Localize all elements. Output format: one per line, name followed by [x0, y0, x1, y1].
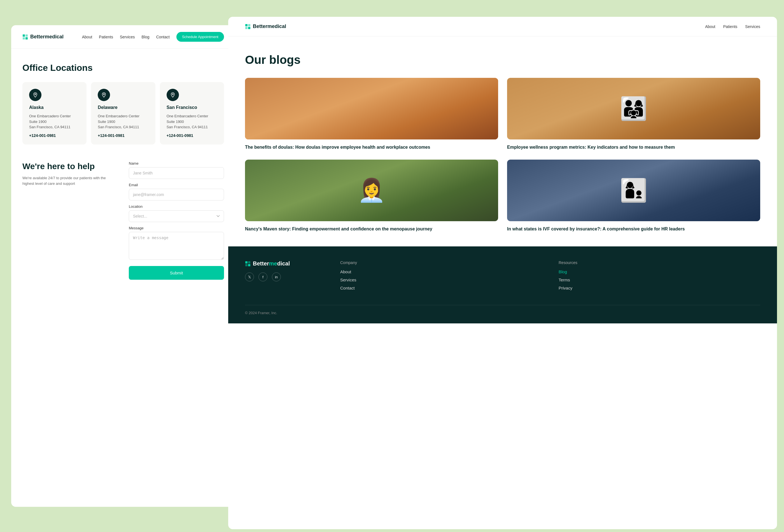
- footer-resources-col: Resources Blog Terms Privacy: [559, 260, 760, 294]
- blogs-title: Our blogs: [245, 53, 760, 67]
- right-footer: Bettermedical 𝕏 f in Company About Servi…: [228, 246, 777, 324]
- blog-image-1: 🧕: [245, 78, 498, 139]
- svg-rect-7: [248, 27, 250, 29]
- submit-button[interactable]: Submit: [129, 266, 224, 280]
- right-content: Our blogs 🧕 The benefits of doulas: How …: [228, 36, 777, 232]
- footer-copyright: © 2024 Framer, Inc.: [245, 311, 760, 315]
- location-name-delaware: Delaware: [98, 105, 148, 110]
- email-label: Email: [129, 183, 224, 187]
- social-facebook[interactable]: f: [258, 273, 268, 281]
- email-input[interactable]: [129, 189, 224, 200]
- blog-title-4: In what states is IVF covered by insuran…: [507, 226, 760, 232]
- location-address-delaware: One Embarcadero Center Suite 1900 San Fr…: [98, 113, 148, 130]
- location-card-sf: San Francisco One Embarcadero Center Sui…: [160, 82, 224, 144]
- footer-logo-text: Bettermedical: [253, 260, 290, 267]
- footer-blog-link[interactable]: Blog: [559, 269, 760, 274]
- nav-services[interactable]: Services: [120, 35, 135, 39]
- right-card: Bettermedical About Patients Services Ou…: [228, 17, 777, 529]
- svg-rect-5: [248, 24, 250, 26]
- svg-rect-3: [26, 37, 28, 39]
- nav-contact[interactable]: Contact: [156, 35, 170, 39]
- right-logo-text: Bettermedical: [253, 24, 286, 29]
- svg-rect-10: [245, 264, 248, 266]
- help-description: We're available 24/7 to provide our pati…: [22, 175, 118, 187]
- blog-card-4[interactable]: 👩‍👦 In what states is IVF covered by ins…: [507, 160, 760, 232]
- left-logo[interactable]: Bettermedical: [22, 34, 63, 40]
- name-group: Name: [129, 161, 224, 179]
- footer-contact-link[interactable]: Contact: [340, 286, 542, 290]
- footer-logo[interactable]: Bettermedical: [245, 260, 324, 267]
- blog-title-1: The benefits of doulas: How doulas impro…: [245, 144, 498, 151]
- office-locations-title: Office Locations: [22, 63, 224, 73]
- footer-terms-link[interactable]: Terms: [559, 278, 760, 282]
- footer-company-heading: Company: [340, 260, 542, 265]
- footer-top: Bettermedical 𝕏 f in Company About Servi…: [245, 260, 760, 294]
- svg-rect-8: [245, 261, 248, 263]
- location-phone-delaware: +124-001-0981: [98, 133, 148, 138]
- location-card-delaware: Delaware One Embarcadero Center Suite 19…: [91, 82, 155, 144]
- blog-card-2[interactable]: 👨‍👩‍👧 Employee wellness program metrics:…: [507, 78, 760, 151]
- blog-card-1[interactable]: 🧕 The benefits of doulas: How doulas imp…: [245, 78, 498, 151]
- svg-rect-6: [245, 27, 248, 29]
- footer-services-link[interactable]: Services: [340, 278, 542, 282]
- contact-form: Name Email Location Select... Alaska Del…: [129, 161, 224, 280]
- locations-grid: Alaska One Embarcadero Center Suite 1900…: [22, 82, 224, 144]
- location-card-alaska: Alaska One Embarcadero Center Suite 1900…: [22, 82, 86, 144]
- nav-about[interactable]: About: [82, 35, 92, 39]
- svg-rect-11: [248, 264, 250, 266]
- right-nav-patients[interactable]: Patients: [723, 24, 737, 29]
- schedule-button[interactable]: Schedule Appointment: [176, 32, 224, 42]
- footer-about-link[interactable]: About: [340, 269, 542, 274]
- footer-privacy-link[interactable]: Privacy: [559, 286, 760, 290]
- social-twitter[interactable]: 𝕏: [245, 273, 254, 281]
- svg-rect-9: [248, 261, 250, 263]
- footer-bottom: © 2024 Framer, Inc.: [245, 305, 760, 315]
- location-icon-alaska: [29, 89, 41, 101]
- left-logo-text: Bettermedical: [30, 34, 63, 40]
- location-select[interactable]: Select... Alaska Delaware San Francisco: [129, 210, 224, 222]
- svg-rect-0: [23, 34, 25, 37]
- blog-image-2: 👨‍👩‍👧: [507, 78, 760, 139]
- location-group: Location Select... Alaska Delaware San F…: [129, 204, 224, 222]
- location-address-alaska: One Embarcadero Center Suite 1900 San Fr…: [29, 113, 80, 130]
- left-card: Bettermedical About Patients Services Bl…: [11, 25, 235, 507]
- help-title: We're here to help: [22, 161, 118, 171]
- location-label: Location: [129, 204, 224, 208]
- right-logo[interactable]: Bettermedical: [245, 24, 286, 29]
- social-linkedin[interactable]: in: [272, 273, 281, 281]
- message-group: Message: [129, 226, 224, 261]
- name-input[interactable]: [129, 167, 224, 179]
- location-phone-sf: +124-001-0981: [167, 133, 217, 138]
- location-icon-sf: [167, 89, 179, 101]
- footer-logo-highlight: me: [269, 260, 277, 267]
- right-nav-about[interactable]: About: [705, 24, 716, 29]
- help-section: We're here to help We're available 24/7 …: [22, 161, 224, 280]
- left-nav: Bettermedical About Patients Services Bl…: [11, 25, 235, 49]
- blog-card-3[interactable]: 👩‍💼 Nancy's Maven story: Finding empower…: [245, 160, 498, 232]
- footer-resources-heading: Resources: [559, 260, 760, 265]
- footer-social: 𝕏 f in: [245, 273, 324, 281]
- name-label: Name: [129, 161, 224, 166]
- blog-image-3: 👩‍💼: [245, 160, 498, 221]
- left-content: Office Locations Alaska One Embarcadero …: [11, 49, 235, 294]
- footer-brand: Bettermedical 𝕏 f in: [245, 260, 324, 294]
- location-icon-delaware: [98, 89, 110, 101]
- message-label: Message: [129, 226, 224, 230]
- location-phone-alaska: +124-001-0981: [29, 133, 80, 138]
- right-nav: Bettermedical About Patients Services: [228, 17, 777, 36]
- svg-rect-4: [245, 24, 248, 26]
- svg-rect-1: [26, 34, 28, 37]
- message-textarea[interactable]: [129, 232, 224, 260]
- nav-patients[interactable]: Patients: [99, 35, 113, 39]
- location-name-alaska: Alaska: [29, 105, 80, 110]
- blog-image-4: 👩‍👦: [507, 160, 760, 221]
- footer-company-col: Company About Services Contact: [340, 260, 542, 294]
- blog-title-2: Employee wellness program metrics: Key i…: [507, 144, 760, 151]
- help-left: We're here to help We're available 24/7 …: [22, 161, 118, 187]
- location-address-sf: One Embarcadero Center Suite 1900 San Fr…: [167, 113, 217, 130]
- nav-blog[interactable]: Blog: [142, 35, 149, 39]
- blog-title-3: Nancy's Maven story: Finding empowerment…: [245, 226, 498, 232]
- right-nav-services[interactable]: Services: [745, 24, 760, 29]
- left-nav-links: About Patients Services Blog Contact Sch…: [82, 32, 224, 42]
- blogs-grid: 🧕 The benefits of doulas: How doulas imp…: [245, 78, 760, 232]
